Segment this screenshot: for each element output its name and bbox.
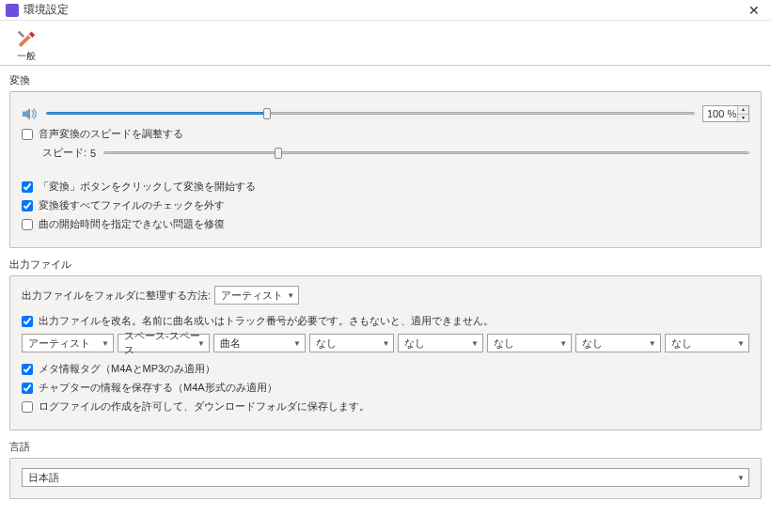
chevron-down-icon: ▼: [737, 474, 745, 482]
checkbox-fix-start-time[interactable]: [22, 219, 33, 230]
chevron-down-icon: ▼: [559, 339, 567, 348]
checkbox-rename[interactable]: [22, 316, 33, 327]
select-organize[interactable]: アーティスト ▼: [214, 286, 299, 305]
panel-conversion: 100 % ▴ ▾ 音声変換のスピードを調整する スピード: 5 「変換」ボタン…: [9, 91, 762, 248]
chevron-down-icon: ▼: [197, 339, 205, 348]
label-logfile: ログファイルの作成を許可して、ダウンロードフォルダに保存します。: [39, 399, 370, 414]
select-rename-part-0[interactable]: アーティスト▼: [22, 334, 114, 352]
speed-slider[interactable]: [103, 147, 749, 160]
panel-output: 出力ファイルをフォルダに整理する方法: アーティスト ▼ 出力ファイルを改名。名…: [9, 275, 762, 430]
section-label-conversion: 変換: [9, 73, 762, 87]
checkbox-logfile[interactable]: [22, 401, 33, 413]
panel-language: 日本語 ▼: [9, 458, 762, 499]
chevron-down-icon: ▼: [649, 339, 656, 348]
label-speed: スピード:: [42, 146, 87, 160]
chevron-down-icon: ▼: [737, 339, 745, 348]
checkbox-adjust-speed[interactable]: [22, 129, 33, 140]
app-icon: [6, 4, 19, 17]
label-start-on-click: 「変換」ボタンをクリックして変換を開始する: [39, 180, 256, 194]
select-rename-part-1[interactable]: スペース-スペース▼: [118, 334, 210, 352]
select-rename-part-7[interactable]: なし▼: [665, 334, 749, 352]
label-chapter: チャプターの情報を保存する（M4A形式のみ適用）: [39, 381, 277, 395]
checkbox-start-on-click[interactable]: [22, 181, 33, 193]
volume-spin-down[interactable]: ▾: [738, 115, 748, 122]
checkbox-chapter[interactable]: [22, 383, 33, 394]
label-rename: 出力ファイルを改名。名前に曲名或いはトラック番号が必要です。さもないと、適用でき…: [39, 314, 494, 328]
label-adjust-speed: 音声変換のスピードを調整する: [39, 127, 183, 141]
select-rename-part-4[interactable]: なし▼: [398, 334, 482, 352]
label-organize: 出力ファイルをフォルダに整理する方法:: [22, 289, 211, 303]
label-fix-start-time: 曲の開始時間を指定できない問題を修復: [39, 217, 225, 231]
volume-spin-up[interactable]: ▴: [738, 106, 748, 115]
chevron-down-icon: ▼: [293, 339, 301, 348]
speed-value: 5: [90, 148, 96, 159]
titlebar: 環境設定 ✕: [0, 0, 771, 21]
volume-value: 100 %: [707, 108, 736, 119]
select-rename-part-5[interactable]: なし▼: [487, 334, 572, 352]
toolbar: 一般: [0, 21, 771, 66]
select-language[interactable]: 日本語 ▼: [22, 468, 749, 487]
select-rename-part-6[interactable]: なし▼: [575, 334, 660, 352]
volume-icon: [22, 107, 39, 120]
chevron-down-icon: ▼: [102, 339, 109, 348]
chevron-down-icon: ▼: [471, 339, 479, 348]
label-meta-tag: メタ情報タグ（M4AとMP3のみ適用）: [39, 362, 215, 376]
chevron-down-icon: ▼: [382, 339, 389, 348]
select-rename-part-2[interactable]: 曲名▼: [213, 334, 306, 352]
label-uncheck-after: 変換後すべてファイルのチェックを外す: [39, 198, 225, 212]
section-label-language: 言語: [9, 440, 762, 454]
checkbox-meta-tag[interactable]: [22, 364, 33, 375]
section-label-output: 出力ファイル: [9, 258, 762, 272]
settings-icon: [16, 27, 37, 48]
checkbox-uncheck-after[interactable]: [22, 200, 33, 211]
volume-spinner[interactable]: 100 % ▴ ▾: [702, 105, 749, 122]
chevron-down-icon: ▼: [287, 291, 294, 300]
tab-general-label: 一般: [17, 50, 36, 63]
window-title: 環境設定: [24, 2, 743, 18]
select-rename-part-3[interactable]: なし▼: [309, 334, 394, 352]
close-button[interactable]: ✕: [743, 3, 765, 18]
volume-slider[interactable]: [46, 107, 695, 120]
tab-general[interactable]: 一般: [8, 27, 45, 63]
